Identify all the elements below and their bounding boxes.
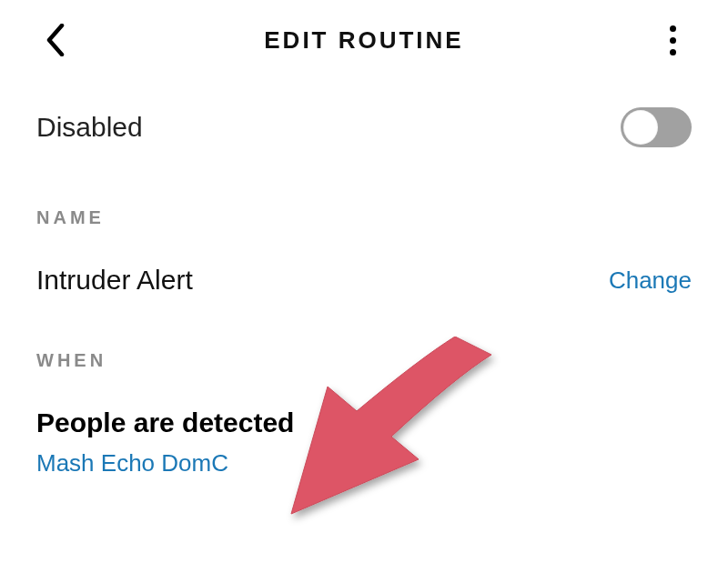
trigger-text: People are detected <box>36 407 692 438</box>
header: EDIT ROUTINE <box>0 0 728 80</box>
name-row: Intruder Alert Change <box>0 246 728 317</box>
back-button[interactable] <box>36 22 73 58</box>
status-label: Disabled <box>36 112 143 143</box>
page-title: EDIT ROUTINE <box>264 26 463 55</box>
trigger-device-link[interactable]: Mash Echo DomC <box>36 449 692 478</box>
more-dots-icon <box>670 25 676 32</box>
routine-name: Intruder Alert <box>36 265 193 296</box>
status-row: Disabled <box>0 80 728 175</box>
chevron-left-icon <box>44 24 66 56</box>
section-label-when: WHEN <box>0 317 728 389</box>
enable-toggle[interactable] <box>621 107 692 147</box>
when-block[interactable]: People are detected Mash Echo DomC <box>0 389 728 478</box>
more-options-button[interactable] <box>655 22 692 58</box>
change-name-link[interactable]: Change <box>609 266 692 295</box>
section-label-name: NAME <box>0 175 728 246</box>
toggle-knob <box>623 110 658 145</box>
